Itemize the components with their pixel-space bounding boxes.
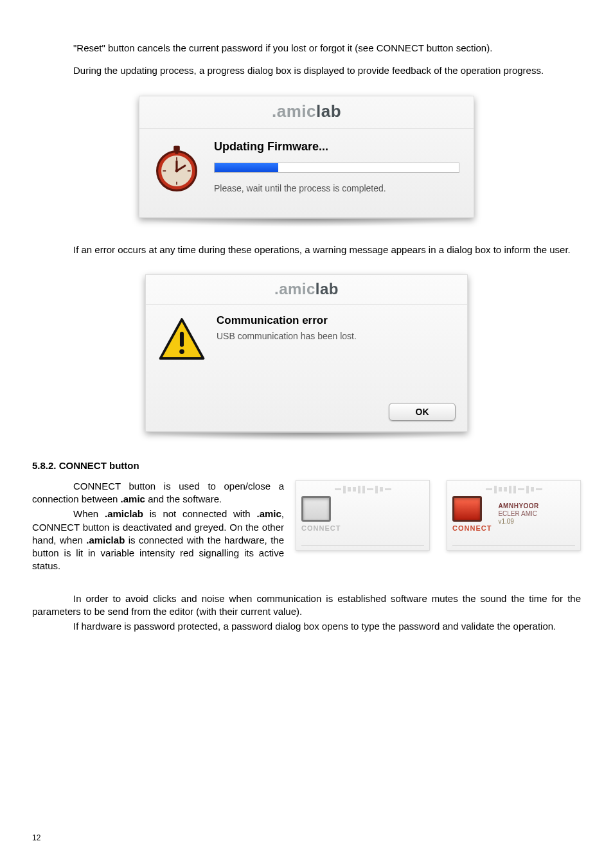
connect-paragraph-1: CONNECT button is used to open/close a c… bbox=[32, 480, 284, 506]
stopwatch-icon bbox=[151, 143, 202, 194]
device-info: AMNHYOOR ECLER AMIC v1.09 bbox=[498, 502, 538, 526]
connect-paragraph-4: If hardware is password protected, a pas… bbox=[32, 620, 581, 633]
bold-amiclab: .amiclab bbox=[105, 508, 143, 519]
device-name-line2: ECLER AMIC bbox=[498, 510, 538, 518]
connect-paragraph-2: When .amiclab is not connected with .ami… bbox=[32, 508, 284, 572]
progress-message: Please, wait until the process is comple… bbox=[214, 183, 459, 193]
connect-indicator-off[interactable] bbox=[301, 496, 331, 522]
svg-rect-11 bbox=[180, 332, 184, 347]
dialog-brand-header: .amiclab bbox=[146, 275, 467, 305]
brand-suffix: lab bbox=[316, 102, 341, 121]
svg-point-9 bbox=[175, 169, 179, 172]
panel-decoration bbox=[452, 484, 575, 495]
svg-point-12 bbox=[179, 349, 184, 354]
device-name-line1: AMNHYOOR bbox=[498, 502, 538, 510]
ok-button[interactable]: OK bbox=[389, 403, 456, 421]
dialog-shadow bbox=[146, 433, 467, 441]
text: and the software. bbox=[145, 493, 222, 504]
connect-panel-disconnected: CONNECT bbox=[296, 480, 430, 551]
connect-panel-connected: CONNECT AMNHYOOR ECLER AMIC v1.09 bbox=[447, 480, 581, 551]
panel-divider bbox=[301, 545, 424, 546]
dialog-shadow bbox=[139, 219, 474, 227]
brand-prefix: .amic bbox=[272, 102, 316, 121]
bold-amiclab: .amiclab bbox=[86, 535, 125, 545]
brand-prefix: .amic bbox=[274, 280, 315, 297]
page-number: 12 bbox=[32, 833, 40, 842]
text: When bbox=[73, 508, 105, 519]
panel-decoration bbox=[301, 484, 424, 495]
bold-amic: .amic bbox=[256, 508, 281, 519]
section-heading-connect: 5.8.2. CONNECT button bbox=[32, 460, 581, 471]
progress-title: Updating Firmware... bbox=[214, 140, 459, 154]
dialog-brand-header: .amiclab bbox=[139, 96, 474, 128]
connect-paragraph-3: In order to avoid clicks and noise when … bbox=[32, 592, 581, 619]
device-version: v1.09 bbox=[498, 518, 538, 526]
paragraph-reset: "Reset" button cancels the current passw… bbox=[32, 42, 581, 55]
error-title: Communication error bbox=[217, 314, 453, 327]
communication-error-dialog: .amiclab Communication error USB communi… bbox=[145, 274, 468, 432]
bold-amic: .amic bbox=[121, 493, 145, 504]
brand-suffix: lab bbox=[315, 280, 339, 297]
text: is not connected with bbox=[143, 508, 256, 519]
warning-icon bbox=[157, 315, 206, 364]
connect-indicator-on[interactable] bbox=[452, 496, 482, 522]
svg-rect-4 bbox=[175, 150, 179, 154]
updating-firmware-dialog: .amiclab Updating Firmware. bbox=[139, 96, 474, 218]
progress-bar-fill bbox=[215, 163, 278, 172]
panel-divider bbox=[452, 545, 575, 546]
error-message: USB communication has been lost. bbox=[217, 331, 453, 341]
paragraph-error-intro: If an error occurs at any time during th… bbox=[32, 244, 581, 256]
progress-bar bbox=[214, 163, 459, 173]
connect-label: CONNECT bbox=[301, 524, 341, 532]
connect-label: CONNECT bbox=[452, 524, 492, 532]
paragraph-progress-intro: During the updating process, a progress … bbox=[32, 64, 581, 77]
